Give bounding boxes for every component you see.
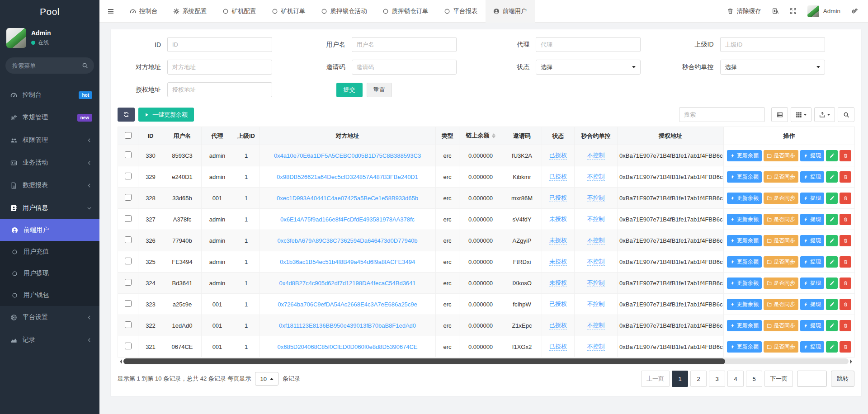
control-link[interactable]: 不控制 bbox=[587, 237, 605, 245]
edit-button[interactable] bbox=[826, 341, 838, 353]
page-button-4[interactable]: 4 bbox=[727, 371, 744, 387]
delete-button[interactable] bbox=[840, 235, 851, 246]
update-balance-button[interactable]: 更新余额 bbox=[727, 320, 762, 331]
submit-button[interactable]: 提交 bbox=[336, 83, 363, 97]
export-button[interactable] bbox=[814, 107, 835, 122]
address-link[interactable]: 0xf1811123E8136BB950e439013fB70baB8F1edA… bbox=[279, 322, 416, 329]
address-link[interactable]: 0x98DB526621a64Dec5cfD324857A487B3FBe240… bbox=[277, 174, 418, 180]
filter-input-id[interactable] bbox=[167, 37, 272, 52]
scrollbar-thumb[interactable] bbox=[123, 358, 725, 364]
sidebar-item-user-withdraw[interactable]: 用户提现 bbox=[0, 263, 99, 284]
edit-button[interactable] bbox=[826, 171, 838, 183]
control-link[interactable]: 不控制 bbox=[587, 279, 605, 287]
control-link[interactable]: 不控制 bbox=[587, 152, 605, 160]
delete-button[interactable] bbox=[840, 193, 851, 204]
sidebar-item-business[interactable]: 业务活动 bbox=[0, 151, 99, 174]
row-checkbox[interactable] bbox=[125, 236, 132, 243]
sidebar-item-user-recharge[interactable]: 用户充值 bbox=[0, 241, 99, 263]
page-button-2[interactable]: 2 bbox=[690, 371, 707, 387]
address-link[interactable]: 0x6E14A75f9ad166e8f4FcDfdE493581978AA378… bbox=[280, 216, 415, 223]
user-menu[interactable]: Admin bbox=[807, 5, 840, 17]
tab-front-user[interactable]: 前端用户 bbox=[486, 0, 535, 23]
update-balance-button[interactable]: 更新余额 bbox=[727, 341, 762, 353]
control-link[interactable]: 不控制 bbox=[587, 173, 605, 181]
status-link[interactable]: 已授权 bbox=[549, 301, 567, 308]
page-button-1[interactable]: 1 bbox=[672, 371, 688, 387]
update-balance-button[interactable]: 更新余额 bbox=[727, 256, 762, 268]
search-toggle-button[interactable] bbox=[838, 107, 854, 122]
page-prev-button[interactable]: 上一页 bbox=[641, 371, 670, 387]
status-link[interactable]: 已授权 bbox=[549, 343, 567, 351]
filter-input-agent[interactable] bbox=[536, 37, 641, 52]
withdraw-button[interactable]: 提现 bbox=[800, 278, 824, 289]
reset-button[interactable]: 重置 bbox=[367, 83, 392, 97]
tab-pledge-order[interactable]: 质押锁仓订单 bbox=[375, 0, 436, 23]
status-link[interactable]: 已授权 bbox=[549, 194, 567, 202]
sync-button[interactable]: 是否同步 bbox=[764, 320, 798, 331]
tab-miner-order[interactable]: 矿机订单 bbox=[264, 0, 313, 23]
update-all-balance-button[interactable]: 一键更新余额 bbox=[138, 108, 194, 122]
table-search-input[interactable] bbox=[679, 107, 765, 122]
scrollbar-track[interactable] bbox=[123, 358, 849, 364]
withdraw-button[interactable]: 提现 bbox=[800, 193, 824, 204]
address-link[interactable]: 0x1b36ac1B54ec51b4f8B49a454d6f9a8fACFE34… bbox=[280, 259, 415, 265]
row-checkbox[interactable] bbox=[125, 300, 132, 307]
filter-input-auth-address[interactable] bbox=[167, 82, 272, 97]
toggle-view-button[interactable] bbox=[771, 107, 788, 122]
control-link[interactable]: 不控制 bbox=[587, 194, 605, 202]
withdraw-button[interactable]: 提现 bbox=[800, 214, 824, 225]
filter-input-invite-code[interactable] bbox=[352, 60, 457, 75]
page-size-select[interactable]: 10 bbox=[255, 372, 278, 386]
filter-select-status[interactable]: 选择 bbox=[536, 60, 641, 75]
update-balance-button[interactable]: 更新余额 bbox=[727, 150, 762, 161]
delete-button[interactable] bbox=[840, 320, 851, 331]
address-link[interactable]: 0x7264ba706C9efDA54Ac2668E4c3A7eE686a25c… bbox=[278, 301, 417, 308]
jump-button[interactable]: 跳转 bbox=[831, 371, 854, 387]
fullscreen-icon[interactable] bbox=[790, 8, 797, 14]
address-link[interactable]: 0xc3febA679A89C38C7362594Da646473d0D7794… bbox=[277, 237, 417, 244]
delete-button[interactable] bbox=[840, 171, 851, 183]
sidebar-item-user-info[interactable]: 用户信息 bbox=[0, 197, 99, 219]
withdraw-button[interactable]: 提现 bbox=[800, 320, 824, 331]
refresh-button[interactable] bbox=[118, 108, 135, 122]
control-link[interactable]: 不控制 bbox=[587, 301, 605, 308]
update-balance-button[interactable]: 更新余额 bbox=[727, 299, 762, 310]
edit-button[interactable] bbox=[826, 278, 838, 289]
control-link[interactable]: 不控制 bbox=[587, 258, 605, 266]
page-button-3[interactable]: 3 bbox=[709, 371, 725, 387]
edit-button[interactable] bbox=[826, 193, 838, 204]
update-balance-button[interactable]: 更新余额 bbox=[727, 235, 762, 246]
edit-button[interactable] bbox=[826, 299, 838, 310]
control-link[interactable]: 不控制 bbox=[587, 343, 605, 351]
sidebar-item-platform-settings[interactable]: 平台设置 bbox=[0, 306, 99, 329]
jump-page-input[interactable] bbox=[797, 371, 827, 387]
sidebar-item-report[interactable]: 数据报表 bbox=[0, 174, 99, 197]
row-checkbox[interactable] bbox=[125, 215, 132, 222]
edit-button[interactable] bbox=[826, 235, 838, 246]
sort-icon[interactable] bbox=[492, 132, 495, 140]
address-link[interactable]: 0x685D204068C85f0CfED0D060f0e8d8D5390674… bbox=[277, 343, 417, 350]
sync-button[interactable]: 是否同步 bbox=[764, 341, 798, 353]
update-balance-button[interactable]: 更新余额 bbox=[727, 171, 762, 183]
status-link[interactable]: 未授权 bbox=[549, 258, 567, 266]
filter-input-parent-id[interactable] bbox=[720, 37, 825, 52]
row-checkbox[interactable] bbox=[125, 279, 132, 286]
tab-console[interactable]: 控制台 bbox=[122, 0, 165, 23]
delete-button[interactable] bbox=[840, 278, 851, 289]
sync-button[interactable]: 是否同步 bbox=[764, 235, 798, 246]
tab-system-config[interactable]: 系统配置 bbox=[165, 0, 215, 23]
delete-button[interactable] bbox=[840, 299, 851, 310]
filter-input-username[interactable] bbox=[352, 37, 457, 52]
tab-pledge-activity[interactable]: 质押锁仓活动 bbox=[313, 0, 375, 23]
row-checkbox[interactable] bbox=[125, 173, 132, 179]
row-checkbox[interactable] bbox=[125, 194, 132, 201]
address-link[interactable]: 0xec1D993A40441C4ae07425a5BeCe1e58B933d6… bbox=[277, 195, 418, 202]
select-all-checkbox[interactable] bbox=[125, 132, 132, 139]
withdraw-button[interactable]: 提现 bbox=[800, 341, 824, 353]
row-checkbox[interactable] bbox=[125, 321, 132, 328]
sync-button[interactable]: 是否同步 bbox=[764, 256, 798, 268]
status-link[interactable]: 未授权 bbox=[549, 216, 567, 223]
page-button-5[interactable]: 5 bbox=[746, 371, 762, 387]
sidebar-item-console[interactable]: 控制台hot bbox=[0, 84, 99, 106]
sync-button[interactable]: 是否同步 bbox=[764, 299, 798, 310]
